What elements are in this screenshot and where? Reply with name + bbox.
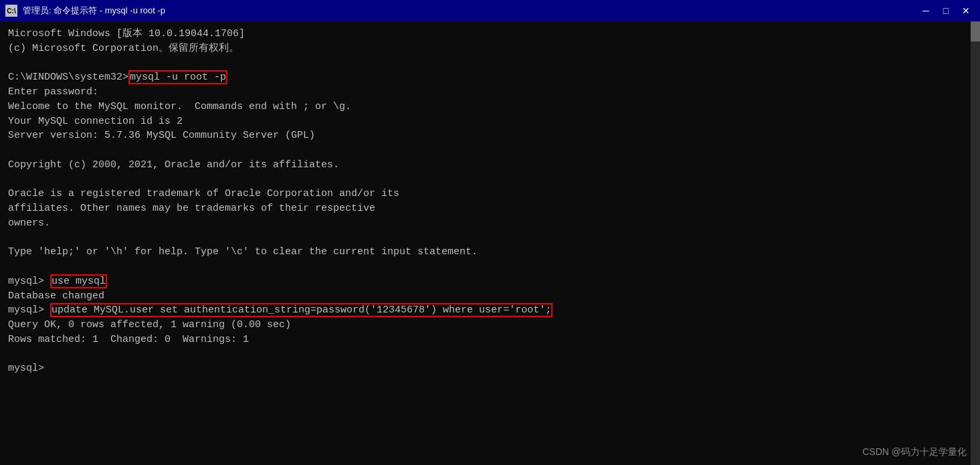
line-7: Server version: 5.7.36 MySQL Community S… [8,130,315,141]
line-11: owners. [8,217,50,229]
line-16: Query OK, 0 rows affected, 1 warning (0.… [8,319,291,331]
line-17: Rows matched: 1 Changed: 0 Warnings: 1 [8,334,249,345]
line-6: Your MySQL connection id is 2 [8,116,183,127]
watermark: CSDN @码力十足学量化 [862,445,967,458]
maximize-button[interactable]: □ [937,4,955,17]
line-1: Microsoft Windows [版本 10.0.19044.1706] [8,28,245,39]
scrollbar-thumb[interactable] [971,21,980,41]
terminal-body[interactable]: Microsoft Windows [版本 10.0.19044.1706] (… [0,21,980,465]
line-12: Type 'help;' or '\h' for help. Type '\c'… [8,246,478,258]
use-mysql-highlight: use mysql [50,274,107,288]
line-2: (c) Microsoft Corporation。保留所有权利。 [8,43,239,54]
line-3: C:\WINDOWS\system32>mysql -u root -p [8,70,227,84]
window-title: 管理员: 命令提示符 - mysql -u root -p [23,5,165,17]
line-18: mysql> [8,363,44,374]
line-14: Database changed [8,290,104,302]
close-button[interactable]: ✕ [957,4,975,17]
line-8: Copyright (c) 2000, 2021, Oracle and/or … [8,159,339,171]
window-controls[interactable]: ─ □ ✕ [917,4,975,17]
terminal-output: Microsoft Windows [版本 10.0.19044.1706] (… [8,27,972,376]
line-15: mysql> update MySQL.user set authenticat… [8,303,553,317]
line-5: Welcome to the MySQL monitor. Commands e… [8,101,351,112]
line-13: mysql> use mysql [8,274,107,288]
mysql-command-highlight: mysql -u root -p [128,70,227,84]
minimize-button[interactable]: ─ [917,4,935,17]
title-bar: C:\ 管理员: 命令提示符 - mysql -u root -p ─ □ ✕ [0,0,980,21]
line-9: Oracle is a registered trademark of Orac… [8,188,399,199]
title-bar-left: C:\ 管理员: 命令提示符 - mysql -u root -p [5,5,165,17]
terminal-window: C:\ 管理员: 命令提示符 - mysql -u root -p ─ □ ✕ … [0,0,980,465]
cmd-icon: C:\ [5,5,17,17]
scrollbar[interactable] [971,21,980,465]
line-4: Enter password: [8,86,98,98]
line-10: affiliates. Other names may be trademark… [8,203,375,214]
update-command-highlight: update MySQL.user set authentication_str… [50,303,553,317]
